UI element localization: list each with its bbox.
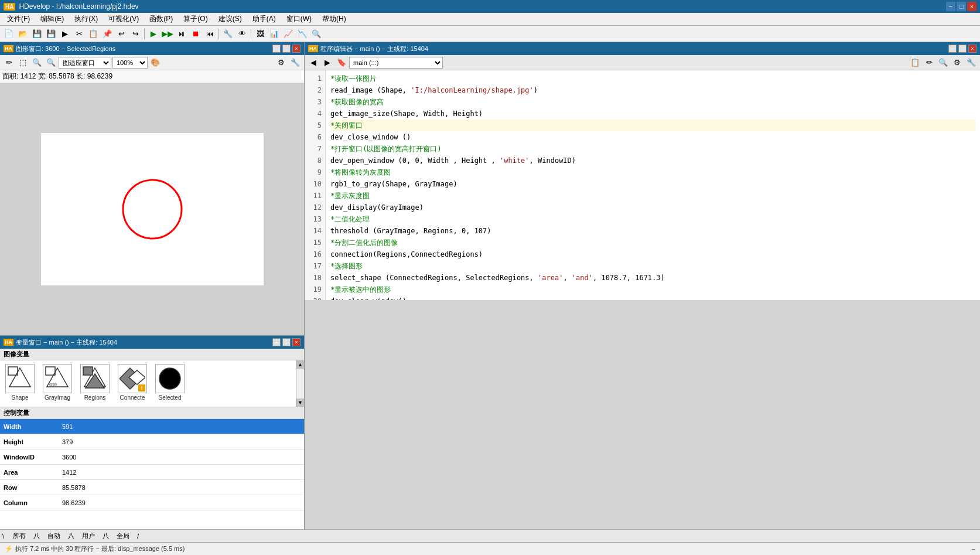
img-tool-extra1[interactable]: ⚙	[275, 56, 288, 69]
toolbar-save2[interactable]: 💾	[45, 28, 57, 40]
editor-back[interactable]: ◀	[307, 56, 320, 69]
code-line-4: get_image_size(Shape, Width, Height)	[330, 108, 975, 120]
menu-functions[interactable]: 函数(P)	[145, 13, 177, 25]
close-button[interactable]: ×	[967, 2, 976, 11]
ctrl-row-row[interactable]: Row 85.5878	[0, 480, 304, 495]
var-window-minimize[interactable]: −	[272, 338, 281, 346]
tab-global[interactable]: 全局	[110, 530, 136, 542]
var-label-grayimage: GrayImag	[45, 394, 70, 401]
var-window-maximize[interactable]: □	[282, 338, 291, 346]
toolbar-reset[interactable]: ⏮	[203, 28, 216, 40]
toolbar-run[interactable]: ▶	[147, 28, 160, 40]
tab-user[interactable]: 用户	[76, 530, 101, 542]
var-item-connected[interactable]: ! Connecte	[115, 363, 150, 404]
code-area[interactable]: *读取一张图片 read_image (Shape, 'I:/halconLea…	[326, 70, 980, 300]
editor-tool1[interactable]: 📋	[909, 56, 921, 69]
menu-suggest[interactable]: 建议(S)	[214, 13, 247, 25]
scroll-track	[296, 369, 304, 399]
var-icons-scrollbar[interactable]: ▲ ▼	[296, 360, 304, 407]
menu-operators[interactable]: 算子(O)	[179, 13, 212, 25]
ctrl-var-header: 控制变量	[0, 407, 304, 419]
scroll-up[interactable]: ▲	[296, 360, 304, 369]
maximize-button[interactable]: □	[957, 2, 966, 11]
menu-help[interactable]: 帮助(H)	[317, 13, 351, 25]
code-fn-18: select_shape (ConnectedRegions, Selected…	[330, 272, 665, 284]
ctrl-name-width: Width	[0, 423, 59, 430]
minimize-button[interactable]: −	[946, 2, 955, 11]
editor-maximize[interactable]: □	[958, 45, 967, 53]
image-info: 面积: 1412 宽: 85.5878 长: 98.6239	[0, 70, 304, 83]
code-line-6: dev_close_window ()	[330, 131, 975, 143]
img-tool-draw[interactable]: ✏	[2, 56, 15, 69]
editor-tool3[interactable]: 🔍	[937, 56, 950, 69]
toolbar-debug[interactable]: 🔧	[221, 28, 234, 40]
menu-file[interactable]: 文件(F)	[2, 13, 35, 25]
menu-window[interactable]: 窗口(W)	[282, 13, 316, 25]
var-item-grayimage[interactable]: gray GrayImag	[40, 363, 75, 404]
toolbar-step[interactable]: ⏯	[175, 28, 188, 40]
tab-all[interactable]: 所有	[6, 530, 32, 542]
scroll-down[interactable]: ▼	[296, 399, 304, 407]
img-window-maximize[interactable]: □	[282, 45, 291, 53]
toolbar-img4[interactable]: 📉	[296, 28, 309, 40]
toolbar-run2[interactable]: ▶▶	[161, 28, 174, 40]
toolbar-img2[interactable]: 📊	[268, 28, 281, 40]
ctrl-row-height[interactable]: Height 379	[0, 434, 304, 450]
toolbar-cut[interactable]: ✂	[73, 28, 86, 40]
img-zoom-dropdown[interactable]: 100%	[112, 57, 148, 69]
toolbar-save[interactable]: 💾	[30, 28, 43, 40]
img-tool-zoom-in[interactable]: 🔍	[30, 56, 43, 69]
ctrl-row-column[interactable]: Column 98.6239	[0, 495, 304, 510]
toolbar-redo[interactable]: ↪	[129, 28, 142, 40]
toolbar-search[interactable]: 🔍	[310, 28, 323, 40]
toolbar-undo[interactable]: ↩	[115, 28, 128, 40]
toolbar-btn1[interactable]: ▶	[59, 28, 71, 40]
code-line-3: *获取图像的宽高	[330, 96, 975, 108]
toolbar-open[interactable]: 📂	[16, 28, 29, 40]
var-item-regions[interactable]: Regions	[77, 363, 112, 404]
toolbar-new[interactable]: 📄	[2, 28, 15, 40]
var-item-selected[interactable]: Selected	[152, 363, 187, 404]
title-bar: HA HDevelop - I:/halconLearning/pj2.hdev…	[0, 0, 980, 13]
var-icon-regions	[80, 364, 110, 393]
tab-sep4: /	[137, 533, 139, 540]
image-stats: 面积: 1412 宽: 85.5878 长: 98.6239	[2, 72, 112, 80]
menu-edit[interactable]: 编辑(E)	[36, 13, 69, 25]
ctrl-row-area[interactable]: Area 1412	[0, 465, 304, 480]
menu-visual[interactable]: 可视化(V)	[104, 13, 144, 25]
var-window-close[interactable]: ×	[292, 338, 301, 346]
img-tool-color[interactable]: 🎨	[149, 56, 162, 69]
ctrl-row-windowid[interactable]: WindowID 3600	[0, 450, 304, 465]
toolbar-stop[interactable]: ⏹	[189, 28, 202, 40]
svg-marker-1	[9, 368, 30, 387]
code-comment-19: *显示被选中的图形	[330, 284, 391, 295]
img-tool-select[interactable]: ⬚	[16, 56, 29, 69]
code-comment-11: *显示灰度图	[330, 190, 370, 202]
code-fn-10: rgb1_to_gray(Shape, GrayImage)	[330, 178, 457, 190]
toolbar-copy[interactable]: 📋	[87, 28, 100, 40]
img-window-logo: HA	[4, 45, 13, 52]
editor-minimize[interactable]: −	[948, 45, 957, 53]
editor-tool2[interactable]: ✏	[923, 56, 935, 69]
var-item-shape[interactable]: Shape	[2, 363, 37, 404]
toolbar-img1[interactable]: 🖼	[254, 28, 267, 40]
img-window-minimize[interactable]: −	[272, 45, 281, 53]
menu-run[interactable]: 执行(X)	[70, 13, 103, 25]
img-tool-zoom-out[interactable]: 🔍	[45, 56, 57, 69]
editor-forward[interactable]: ▶	[321, 56, 334, 69]
editor-tool4[interactable]: ⚙	[951, 56, 964, 69]
editor-tool5[interactable]: 🔧	[965, 56, 978, 69]
menu-assistant[interactable]: 助手(A)	[248, 13, 281, 25]
toolbar-watch[interactable]: 👁	[235, 28, 248, 40]
editor-bookmark[interactable]: 🔖	[335, 56, 348, 69]
ctrl-row-width[interactable]: Width 591	[0, 419, 304, 434]
code-fn-12: dev_display(GrayImage)	[330, 202, 424, 213]
toolbar-img3[interactable]: 📈	[282, 28, 295, 40]
tab-auto[interactable]: 自动	[41, 530, 67, 542]
img-fit-dropdown[interactable]: 图适应窗口	[59, 57, 111, 69]
img-tool-extra2[interactable]: 🔧	[289, 56, 302, 69]
editor-close[interactable]: ×	[968, 45, 976, 53]
toolbar-paste[interactable]: 📌	[101, 28, 114, 40]
img-window-close[interactable]: ×	[292, 45, 301, 53]
editor-function-dropdown[interactable]: main (:::)	[349, 57, 443, 69]
